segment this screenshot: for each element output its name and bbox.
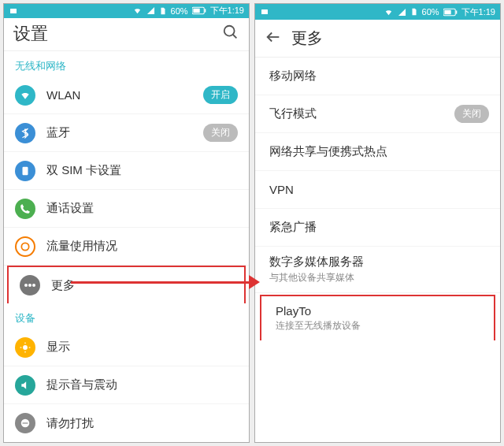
row-dms[interactable]: 数字多媒体服务器 与其他设备共享媒体 (255, 247, 500, 293)
row-dnd[interactable]: 请勿打扰 (4, 404, 249, 442)
label: 显示 (46, 340, 238, 355)
sim-icon (15, 161, 35, 181)
sim-icon (159, 6, 167, 16)
svg-point-7 (21, 243, 28, 250)
battery-pct: 60% (171, 6, 188, 16)
svg-rect-6 (23, 166, 28, 175)
label: 紧急广播 (269, 220, 489, 235)
label: WLAN (46, 88, 192, 102)
wifi-icon (384, 8, 394, 17)
dnd-icon (15, 413, 35, 433)
svg-rect-17 (23, 422, 28, 423)
svg-point-8 (24, 284, 28, 287)
airplane-toggle[interactable]: 关闭 (454, 105, 489, 123)
signal-icon (146, 6, 155, 15)
label: 更多 (51, 278, 233, 293)
label: 数字多媒体服务器 (269, 255, 489, 269)
svg-line-5 (233, 35, 237, 39)
row-vpn[interactable]: VPN (255, 171, 500, 209)
status-bar: 60% 下午1:19 (4, 4, 249, 18)
label: 蓝牙 (46, 125, 192, 140)
row-sim[interactable]: 双 SIM 卡设置 (4, 152, 249, 190)
label: 流量使用情况 (46, 239, 238, 254)
row-sound[interactable]: 提示音与震动 (4, 366, 249, 404)
header: 更多 (255, 20, 500, 58)
search-icon[interactable] (222, 24, 239, 44)
row-tethering[interactable]: 网络共享与便携式热点 (255, 133, 500, 171)
label: 请勿打扰 (46, 416, 238, 431)
more-screen: 60% 下午1:19 更多 移动网络 飞行模式 关闭 网络共享与便携式热点 (254, 3, 501, 443)
row-bluetooth[interactable]: 蓝牙 关闭 (4, 114, 249, 152)
sim-icon (410, 7, 418, 17)
display-icon (15, 337, 35, 358)
row-more[interactable]: 更多 (7, 266, 246, 303)
label: VPN (269, 183, 489, 196)
section-wireless: 无线和网络 (4, 51, 249, 76)
battery-pct: 60% (422, 7, 439, 17)
svg-point-4 (224, 26, 235, 36)
label: 飞行模式 (269, 106, 443, 121)
settings-screen: 60% 下午1:19 设置 无线和网络 WLAN 开启 (3, 3, 250, 443)
bt-toggle[interactable]: 关闭 (203, 124, 238, 142)
svg-rect-18 (261, 9, 268, 14)
row-data[interactable]: 流量使用情况 (4, 228, 249, 266)
label: 提示音与震动 (46, 377, 238, 392)
screenshot-icon (260, 7, 269, 17)
svg-point-9 (28, 284, 32, 287)
label: PlayTo (276, 304, 483, 318)
row-display[interactable]: 显示 (4, 329, 249, 366)
wifi-icon (15, 85, 35, 106)
label: 通话设置 (46, 201, 238, 216)
wlan-toggle[interactable]: 开启 (203, 86, 238, 104)
svg-rect-2 (193, 9, 199, 13)
header: 设置 (4, 18, 249, 51)
svg-point-10 (32, 284, 35, 287)
status-bar: 60% 下午1:19 (255, 4, 500, 20)
label: 双 SIM 卡设置 (46, 163, 238, 178)
clock: 下午1:19 (461, 6, 495, 18)
label: 网络共享与便携式热点 (269, 144, 489, 159)
row-mobile-network[interactable]: 移动网络 (255, 58, 500, 95)
svg-rect-21 (456, 10, 457, 13)
svg-point-11 (23, 345, 28, 350)
page-title: 设置 (13, 22, 48, 46)
screenshot-icon (9, 6, 18, 16)
back-icon[interactable] (265, 28, 282, 49)
row-airplane[interactable]: 飞行模式 关闭 (255, 95, 500, 133)
battery-icon (192, 6, 206, 15)
row-broadcast[interactable]: 紧急广播 (255, 209, 500, 247)
sublabel: 与其他设备共享媒体 (269, 271, 489, 284)
row-wlan[interactable]: WLAN 开启 (4, 76, 249, 114)
section-device: 设备 (4, 303, 249, 329)
clock: 下午1:19 (210, 5, 244, 17)
wifi-icon (132, 6, 143, 15)
bluetooth-icon (15, 123, 35, 143)
label: 移动网络 (269, 69, 489, 84)
battery-icon (443, 8, 458, 17)
svg-rect-3 (205, 9, 206, 13)
page-title: 更多 (291, 28, 323, 49)
svg-rect-0 (10, 9, 17, 13)
signal-icon (398, 8, 406, 17)
svg-rect-20 (444, 9, 450, 14)
more-icon (20, 275, 40, 295)
sound-icon (15, 375, 35, 396)
phone-icon (15, 199, 35, 219)
row-call[interactable]: 通话设置 (4, 190, 249, 228)
sublabel: 连接至无线播放设备 (276, 319, 483, 333)
row-playto[interactable]: PlayTo 连接至无线播放设备 (260, 295, 495, 340)
data-icon (15, 236, 35, 257)
